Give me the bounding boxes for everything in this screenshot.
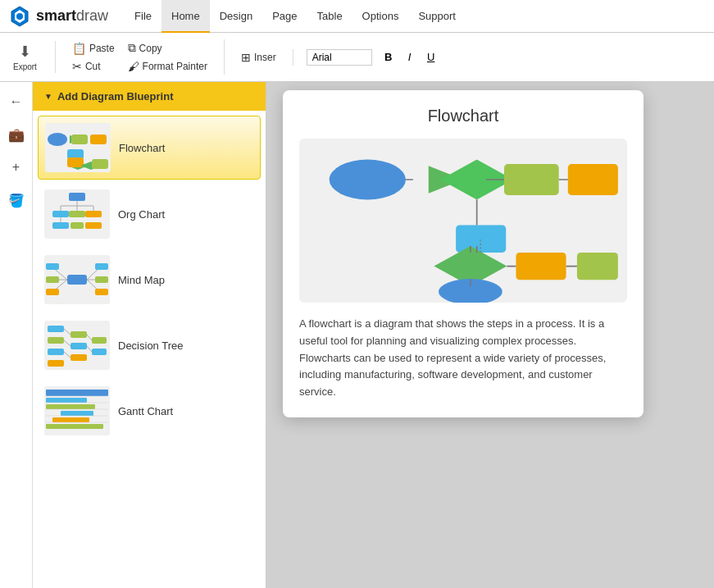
svg-rect-20	[85, 211, 102, 217]
font-group: B I U	[307, 48, 454, 67]
svg-rect-27	[46, 263, 59, 270]
bold-button[interactable]: B	[379, 48, 398, 67]
logo-text: smartdraw	[36, 7, 108, 25]
svg-rect-44	[70, 354, 87, 361]
svg-rect-31	[46, 289, 59, 295]
svg-rect-29	[46, 276, 59, 283]
insert-button[interactable]: ⊞ Inser	[238, 49, 280, 66]
flowchart-label: Flowchart	[119, 142, 165, 154]
gantt-chart-thumb	[44, 386, 110, 435]
popup-diagram-preview	[299, 139, 627, 303]
org-chart-label: Org Chart	[118, 208, 165, 221]
svg-rect-11	[92, 159, 108, 169]
clipboard-buttons: 📋 Paste ✂ Cut	[69, 40, 118, 75]
decision-tree-label: Decision Tree	[118, 340, 183, 352]
svg-point-63	[330, 160, 406, 200]
svg-rect-53	[46, 398, 87, 403]
nav-design[interactable]: Design	[210, 0, 262, 33]
underline-button[interactable]: U	[421, 48, 441, 67]
svg-rect-75	[577, 253, 618, 280]
bucket-icon[interactable]: 🪣	[3, 187, 30, 213]
svg-rect-12	[69, 193, 85, 201]
diagram-item-mind-map[interactable]: Mind Map	[38, 248, 261, 311]
flowchart-thumb	[45, 123, 111, 172]
svg-rect-67	[568, 164, 618, 195]
font-format-buttons: B I U	[379, 48, 441, 67]
paste-button[interactable]: 📋 Paste	[69, 40, 118, 57]
nav-table[interactable]: Table	[307, 0, 352, 33]
svg-rect-52	[46, 390, 108, 396]
svg-line-47	[64, 329, 70, 335]
svg-rect-66	[504, 164, 559, 195]
svg-rect-43	[70, 343, 87, 349]
svg-rect-37	[95, 289, 108, 295]
svg-rect-22	[52, 222, 69, 229]
diagram-item-flowchart[interactable]: Flowchart	[38, 116, 261, 180]
format-painter-icon: 🖌	[128, 60, 139, 73]
svg-rect-23	[70, 222, 84, 229]
logo[interactable]: smartdraw	[8, 5, 108, 28]
diagram-item-gantt-chart[interactable]: Gantt Chart	[38, 380, 261, 442]
svg-line-48	[64, 340, 70, 346]
insert-label: Inser	[254, 52, 276, 63]
popup-description: A flowchart is a diagram that shows the …	[299, 316, 627, 401]
format-painter-button[interactable]: 🖌 Format Painter	[125, 58, 211, 75]
back-button[interactable]: ←	[3, 89, 30, 115]
gantt-chart-label: Gantt Chart	[118, 405, 173, 417]
export-button[interactable]: ⬇ Export	[8, 41, 42, 73]
svg-rect-6	[90, 134, 107, 144]
insert-icon: ⊞	[241, 51, 251, 64]
left-sidebar: ← 💼 + 🪣	[0, 82, 33, 588]
diagram-item-org-chart[interactable]: Org Chart	[38, 183, 261, 245]
italic-button[interactable]: I	[400, 48, 420, 67]
add-diagram-blueprint-header[interactable]: ▼ Add Diagram Blueprint	[33, 82, 266, 111]
export-label: Export	[13, 62, 37, 71]
briefcase-icon[interactable]: 💼	[3, 121, 30, 148]
svg-rect-74	[516, 253, 566, 280]
copy-button[interactable]: ⧉ Copy	[125, 39, 211, 57]
cut-button[interactable]: ✂ Cut	[69, 58, 118, 75]
diagram-item-decision-tree[interactable]: Decision Tree	[38, 314, 261, 376]
flowchart-popup: Flowchart	[283, 90, 644, 417]
popup-title: Flowchart	[299, 107, 627, 125]
svg-rect-56	[52, 417, 89, 422]
svg-rect-24	[85, 222, 102, 229]
paste-label: Paste	[89, 43, 115, 54]
nav-home[interactable]: Home	[161, 0, 210, 33]
font-name-input[interactable]	[307, 49, 372, 66]
svg-line-51	[87, 346, 92, 352]
nav-file[interactable]: File	[125, 0, 161, 33]
add-icon[interactable]: +	[3, 154, 30, 180]
menu-bar: smartdraw File Home Design Page Table Op…	[0, 0, 714, 33]
canvas-area: Flowchart	[266, 82, 714, 588]
svg-rect-25	[67, 275, 87, 285]
svg-rect-18	[52, 211, 69, 217]
svg-rect-19	[69, 211, 85, 217]
nav-page[interactable]: Page	[262, 0, 307, 33]
svg-rect-55	[61, 411, 93, 416]
svg-rect-5	[71, 134, 88, 144]
org-chart-thumb	[44, 189, 110, 239]
svg-rect-33	[95, 263, 108, 270]
svg-rect-42	[70, 331, 87, 338]
collapse-icon: ▼	[44, 92, 52, 101]
nav-options[interactable]: Options	[352, 0, 409, 33]
cut-icon: ✂	[72, 60, 82, 73]
clipboard-group: 📋 Paste ✂ Cut ⧉ Copy 🖌 Format Painter	[69, 39, 225, 75]
copy-icon: ⧉	[128, 41, 136, 55]
svg-point-2	[16, 13, 23, 20]
svg-rect-35	[95, 276, 108, 283]
panel-header-label: Add Diagram Blueprint	[57, 90, 174, 103]
paste-icon: 📋	[72, 42, 86, 55]
panel: ▼ Add Diagram Blueprint Flowchart	[33, 82, 266, 588]
svg-rect-38	[48, 326, 64, 332]
flowchart-diagram-svg	[299, 139, 627, 303]
svg-line-50	[87, 335, 92, 340]
nav-support[interactable]: Support	[408, 0, 466, 33]
svg-rect-41	[48, 360, 64, 367]
format-painter-label: Format Painter	[143, 61, 207, 72]
logo-icon	[8, 5, 31, 28]
copy-label: Copy	[139, 43, 162, 54]
svg-rect-46	[92, 349, 107, 355]
svg-point-3	[48, 133, 67, 146]
